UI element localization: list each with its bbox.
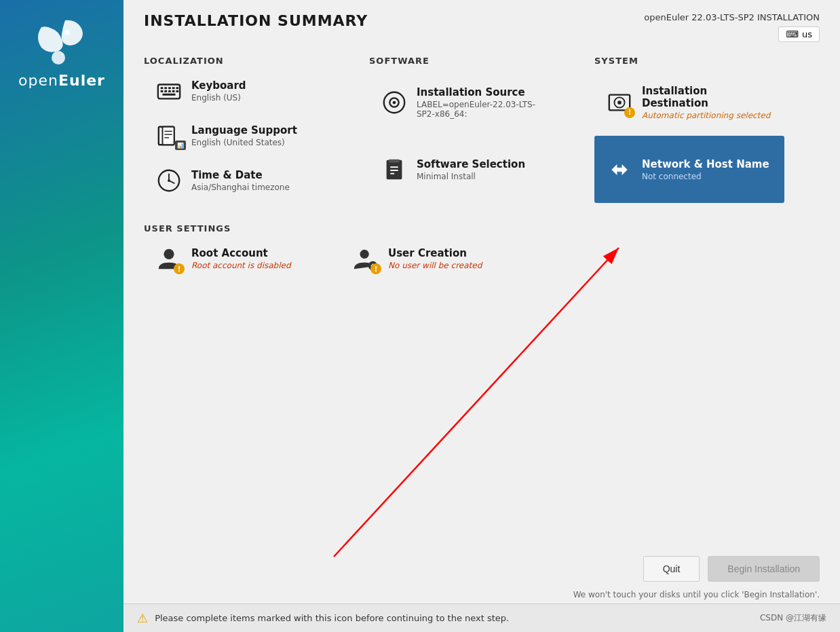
root-warning-badge: !	[174, 263, 185, 274]
warning-triangle-icon: ⚠	[137, 611, 148, 625]
footer: Quit Begin Installation We won't touch y…	[123, 548, 840, 603]
user-creation-subtitle: No user will be created	[388, 261, 482, 270]
main-content: INSTALLATION SUMMARY openEuler 22.03-LTS…	[123, 0, 840, 632]
root-account-item[interactable]: ! Root Account Root account is disabled	[144, 236, 334, 281]
header-right: openEuler 22.03-LTS-SP2 INSTALLATION ⌨ u…	[644, 12, 820, 42]
localization-label: LOCALIZATION	[144, 56, 369, 69]
footer-buttons: Quit Begin Installation	[123, 548, 840, 590]
user-settings-section: USER SETTINGS ! Root Account	[144, 223, 820, 281]
bottom-bar: ⚠ Please complete items marked with this…	[123, 603, 840, 632]
root-account-title: Root Account	[191, 247, 291, 259]
user-creation-warning-badge: !	[370, 263, 381, 274]
openeuler-logo-icon	[28, 14, 96, 68]
sidebar: openEuler	[0, 0, 123, 632]
keyboard-item-subtitle: English (US)	[191, 93, 246, 103]
destination-warning-badge: !	[624, 107, 635, 118]
network-hostname-item[interactable]: Network & Host Name Not connected	[594, 136, 784, 203]
sections-grid: LOCALIZATION	[144, 56, 820, 203]
header: INSTALLATION SUMMARY openEuler 22.03-LTS…	[123, 0, 840, 49]
svg-point-32	[617, 100, 622, 105]
user-creation-text: User Creation No user will be created	[388, 247, 482, 270]
svg-point-24	[168, 179, 170, 182]
svg-rect-7	[168, 87, 171, 89]
svg-point-0	[52, 51, 65, 64]
svg-point-33	[164, 249, 174, 259]
language-support-subtitle: English (United States)	[191, 138, 297, 147]
footer-note: We won't touch your disks until you clic…	[123, 590, 840, 603]
logo: openEuler	[18, 14, 105, 89]
network-hostname-icon	[605, 155, 634, 184]
keyboard-badge[interactable]: ⌨ us	[778, 26, 820, 42]
installation-source-item[interactable]: Installation Source LABEL=openEuler-22.0…	[369, 69, 559, 136]
installation-destination-item[interactable]: ! Installation Destination Automatic par…	[594, 69, 784, 136]
content-area: LOCALIZATION	[123, 49, 840, 548]
svg-rect-9	[176, 87, 178, 89]
svg-point-34	[360, 250, 368, 259]
root-account-text: Root Account Root account is disabled	[191, 247, 291, 270]
time-date-icon	[155, 166, 183, 195]
system-section: SYSTEM ! Installation Destina	[594, 56, 820, 203]
csdn-badge: CSDN @江湖有缘	[760, 612, 826, 624]
svg-rect-15	[163, 94, 176, 96]
logo-text: openEuler	[18, 72, 105, 89]
software-selection-subtitle: Minimal Install	[417, 172, 525, 181]
network-hostname-text: Network & Host Name Not connected	[642, 158, 769, 181]
svg-rect-8	[172, 87, 175, 89]
keyboard-item[interactable]: Keyboard English (US)	[144, 69, 334, 113]
keyboard-item-icon	[155, 77, 183, 105]
svg-rect-12	[168, 90, 171, 92]
product-label: openEuler 22.03-LTS-SP2 INSTALLATION	[644, 12, 820, 22]
language-support-item[interactable]: 📊 Language Support English (United State…	[144, 113, 334, 158]
svg-rect-6	[164, 87, 167, 89]
time-date-item[interactable]: Time & Date Asia/Shanghai timezone	[144, 158, 334, 203]
svg-rect-29	[389, 159, 399, 162]
installation-destination-subtitle: Automatic partitioning selected	[642, 111, 774, 120]
software-section: SOFTWARE Installation Source	[369, 56, 594, 203]
installation-destination-icon: !	[605, 88, 634, 117]
user-creation-icon: !	[351, 244, 380, 273]
user-creation-item[interactable]: ! User Creation No user will be created	[341, 236, 531, 281]
installation-destination-title: Installation Destination	[642, 85, 774, 109]
quit-button[interactable]: Quit	[643, 556, 700, 582]
begin-installation-button[interactable]: Begin Installation	[708, 556, 820, 582]
network-hostname-subtitle: Not connected	[642, 172, 769, 181]
svg-rect-13	[172, 90, 175, 92]
keyboard-icon: ⌨	[786, 29, 799, 39]
user-creation-title: User Creation	[388, 247, 482, 259]
network-hostname-title: Network & Host Name	[642, 158, 769, 170]
user-settings-label: USER SETTINGS	[144, 223, 820, 236]
root-account-icon: !	[155, 244, 183, 273]
language-support-text: Language Support English (United States)	[191, 124, 297, 147]
software-selection-text: Software Selection Minimal Install	[417, 158, 525, 181]
time-date-title: Time & Date	[191, 169, 290, 181]
installation-destination-text: Installation Destination Automatic parti…	[642, 85, 774, 120]
svg-rect-5	[161, 87, 164, 89]
svg-rect-17	[163, 127, 174, 145]
time-date-subtitle: Asia/Shanghai timezone	[191, 183, 290, 192]
language-support-title: Language Support	[191, 124, 297, 136]
installation-source-subtitle: LABEL=openEuler-22.03-LTS-SP2-x86_64:	[417, 100, 548, 119]
language-support-icon: 📊	[155, 122, 183, 150]
svg-rect-10	[161, 90, 164, 92]
software-selection-icon	[380, 155, 408, 184]
software-selection-title: Software Selection	[417, 158, 525, 170]
installation-source-text: Installation Source LABEL=openEuler-22.0…	[417, 86, 548, 119]
svg-point-27	[393, 100, 396, 104]
keyboard-item-text: Keyboard English (US)	[191, 79, 246, 103]
root-account-subtitle: Root account is disabled	[191, 261, 291, 270]
svg-point-1	[64, 30, 70, 35]
svg-rect-14	[176, 90, 178, 92]
time-date-text: Time & Date Asia/Shanghai timezone	[191, 169, 290, 192]
user-settings-items: ! Root Account Root account is disabled	[144, 236, 820, 281]
installation-source-title: Installation Source	[417, 86, 548, 98]
installation-source-icon	[380, 88, 408, 117]
keyboard-item-title: Keyboard	[191, 79, 246, 92]
software-label: SOFTWARE	[369, 56, 594, 69]
bottom-bar-text: Please complete items marked with this i…	[155, 613, 509, 623]
page-title: INSTALLATION SUMMARY	[144, 12, 368, 29]
localization-section: LOCALIZATION	[144, 56, 369, 203]
software-selection-item[interactable]: Software Selection Minimal Install	[369, 136, 559, 203]
svg-rect-11	[164, 90, 167, 92]
system-label: SYSTEM	[594, 56, 820, 69]
